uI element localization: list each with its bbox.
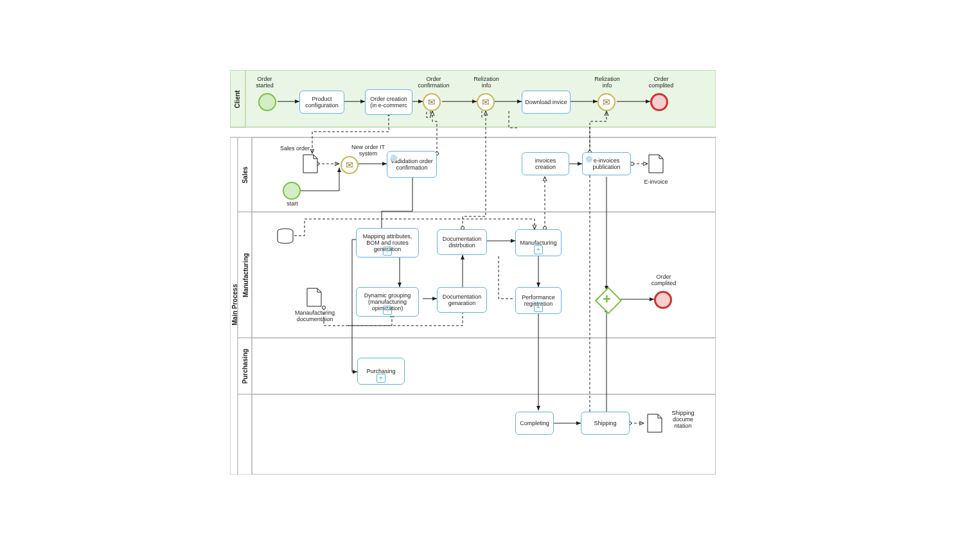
- artifact-mfg-doc: [306, 287, 323, 308]
- task-einvoices-publication: e-invoices publication: [582, 152, 631, 175]
- flow-arrows: [230, 70, 716, 475]
- label-sales-order: Sales order: [279, 146, 311, 152]
- task-dynamic-grouping: Dynamic grouping (manufacturing opimizat…: [356, 287, 419, 317]
- label-order-completed-main: Order complited: [648, 274, 680, 287]
- label-order-completed-client: Order complited: [645, 76, 677, 89]
- task-product-config: Product configuration: [299, 91, 344, 114]
- label-relization2: Relization info: [591, 76, 623, 89]
- lane-sales-label: Sales: [242, 166, 249, 185]
- pool-client-label: Client: [234, 90, 241, 109]
- task-purchasing: Purchasing: [357, 358, 405, 385]
- event-new-order-it: [341, 156, 359, 174]
- lane-mfg-label: Manufacturing: [242, 251, 249, 300]
- event-relization-info-1: [477, 93, 495, 111]
- label-order-confirm: Order confirmation: [416, 76, 451, 89]
- lane-purchasing-label: Purchasing: [242, 349, 249, 384]
- label-shipping-doc: Shipping docume ntation: [667, 410, 699, 430]
- gateway-plus-icon: +: [603, 292, 611, 306]
- artifact-einvoice: [648, 153, 664, 174]
- event-order-confirmation: [423, 93, 441, 111]
- task-shipping: Shipping: [581, 412, 630, 435]
- label-order-started: Order started: [252, 76, 278, 89]
- event-sales-start: [283, 182, 301, 200]
- event-relization-info-2: [598, 93, 615, 111]
- event-order-started: [258, 93, 276, 111]
- event-order-completed-main: [654, 291, 672, 309]
- artifact-database: [276, 228, 294, 245]
- event-order-completed-client: [650, 93, 668, 111]
- task-validation: Vadidation order confirmation: [387, 151, 437, 178]
- pool-main-label: Main Process: [231, 283, 238, 328]
- task-mapping: Mapping attributes, BOM and routes gener…: [356, 228, 419, 258]
- label-einvoice: E-invoice: [640, 179, 672, 186]
- task-completing: Completing: [515, 412, 554, 435]
- artifact-sales-order-doc: [302, 153, 319, 174]
- task-doc-generation: Documentation genaration: [437, 287, 487, 313]
- task-performance-registration: Performance registration: [515, 287, 562, 314]
- label-mfg-doc: Manaufacturing documentaion: [293, 310, 337, 323]
- bpmn-diagram: Client Main Process Sales Manufacturing …: [230, 70, 716, 475]
- task-manufacturing: Manufacturing: [515, 229, 562, 256]
- artifact-shipping-doc: [646, 413, 663, 433]
- task-doc-distribution: Documentation distrbution: [437, 229, 487, 255]
- label-relization1: Relization info: [470, 76, 502, 89]
- task-invoices-creation: invoices creation: [522, 152, 569, 175]
- label-new-order-it: New order IT system: [351, 144, 385, 157]
- task-download-invoice: Download invice: [522, 91, 571, 114]
- label-sales-start: start: [284, 201, 301, 207]
- task-order-creation: Order creation (in e-commerc: [365, 89, 412, 115]
